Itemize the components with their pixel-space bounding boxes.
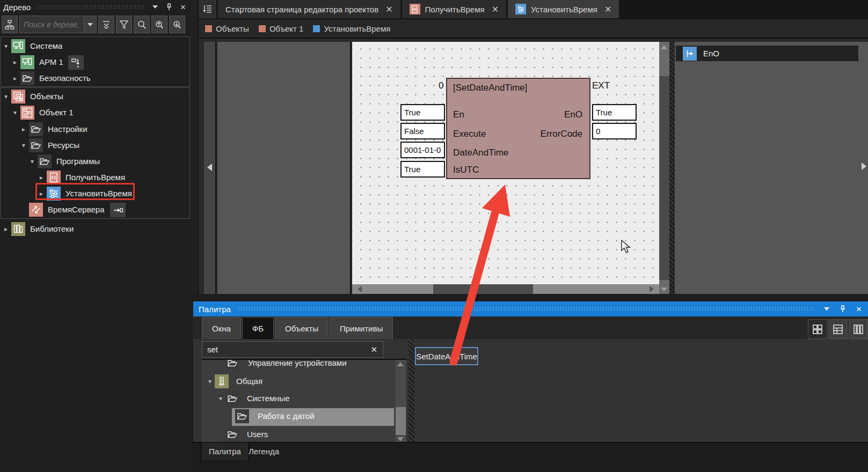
tab-settime[interactable]: УстановитьВремя ✕ <box>508 0 619 18</box>
canvas-horizontal-scrollbar[interactable] <box>352 284 659 294</box>
search-next-button[interactable] <box>169 16 185 33</box>
collapse-left-icon[interactable] <box>207 164 212 171</box>
horizontal-scroll-thumb[interactable] <box>433 284 533 294</box>
flow-badge-icon[interactable] <box>68 55 84 70</box>
output-value-box[interactable]: True <box>592 104 637 121</box>
chevron-down-icon[interactable]: ▾ <box>206 378 214 385</box>
input-value-box[interactable]: True <box>400 161 445 178</box>
output-value-box[interactable]: 0 <box>592 123 637 139</box>
panel-menu-icon[interactable] <box>822 304 831 314</box>
search-button[interactable] <box>134 16 150 33</box>
chevron-down-icon[interactable]: ▾ <box>2 93 10 100</box>
tree-item-arm1[interactable]: ▸ АРМ 1 <box>0 55 191 70</box>
io-badge-icon[interactable] <box>110 203 126 217</box>
palette-search-input[interactable] <box>202 345 365 354</box>
palette-tree-item-system[interactable]: ▾ Системные <box>202 390 407 407</box>
palette-tree-item-users[interactable]: Users <box>202 426 407 442</box>
pin-isutc[interactable]: IsUTC <box>453 165 479 175</box>
collapse-all-button[interactable] <box>98 16 114 33</box>
clear-search-icon[interactable]: ✕ <box>365 345 383 355</box>
scroll-down-icon[interactable] <box>661 287 667 292</box>
palette-divider[interactable] <box>409 339 414 442</box>
palette-tab-objects[interactable]: Объекты <box>275 317 329 339</box>
tree-item-label: Система <box>30 41 62 50</box>
breadcrumb: Объекты Объект 1 УстановитьВремя <box>199 19 868 38</box>
canvas-vertical-scrollbar[interactable] <box>659 42 669 294</box>
tree-item-resources[interactable]: ▾ Ресурсы <box>0 138 191 153</box>
breadcrumb-item-objects[interactable]: Объекты <box>205 24 249 33</box>
input-value-box[interactable]: True <box>400 104 445 121</box>
view-grid-button[interactable] <box>808 319 827 339</box>
input-value-box[interactable]: False <box>400 123 445 139</box>
scroll-down-icon[interactable] <box>397 437 404 441</box>
breadcrumb-item-object1[interactable]: Объект 1 <box>259 24 304 33</box>
pin-en[interactable]: En <box>453 109 464 120</box>
tree-item-objects[interactable]: ▾ Объекты <box>0 89 191 105</box>
chevron-down-icon[interactable]: ▾ <box>11 109 19 116</box>
scroll-up-icon[interactable] <box>397 362 404 366</box>
palette-tree-item-datework[interactable]: Работа с датой <box>202 408 407 425</box>
close-icon[interactable]: ✕ <box>490 4 499 14</box>
pin-icon[interactable] <box>838 304 848 314</box>
filter-button[interactable] <box>116 16 132 33</box>
palette-tab-primitives[interactable]: Примитивы <box>330 317 393 339</box>
tree-item-system[interactable]: ▾ Система <box>0 39 191 54</box>
drag-grip[interactable] <box>35 5 146 10</box>
palette-scroll-thumb[interactable] <box>396 407 406 435</box>
pin-eno[interactable]: EnO <box>564 109 582 120</box>
close-icon[interactable]: ✕ <box>854 304 864 314</box>
tree-item-programs[interactable]: ▾ Программы <box>0 154 191 169</box>
tree-item-object1[interactable]: ▾ Объект 1 <box>0 105 191 121</box>
chevron-right-icon[interactable]: ▸ <box>11 75 19 82</box>
pin-dateandtime[interactable]: DateAndTime <box>453 148 508 158</box>
view-columns-button[interactable] <box>849 319 868 339</box>
close-icon[interactable]: ✕ <box>178 2 188 12</box>
collapse-right-icon[interactable] <box>862 163 866 170</box>
palette-tab-fb[interactable]: ФБ <box>242 317 274 339</box>
breadcrumb-item-settime[interactable]: УстановитьВремя <box>313 24 390 33</box>
chevron-right-icon[interactable]: ▸ <box>2 225 10 233</box>
tree-item-security[interactable]: ▸ Безопасность <box>0 71 191 86</box>
palette-tree-scrollbar[interactable] <box>396 360 406 442</box>
variable-row-eno[interactable]: EnO <box>676 46 858 61</box>
vertical-scroll-thumb[interactable] <box>659 76 669 280</box>
chevron-right-icon[interactable]: ▸ <box>38 174 45 181</box>
scroll-right-icon[interactable] <box>650 286 654 292</box>
tab-start-page[interactable]: Стартовая страница редактора проектов ✕ <box>218 0 400 18</box>
bottom-tab-legend[interactable]: Легенда <box>241 442 287 460</box>
pin-icon[interactable] <box>164 2 174 12</box>
horizontal-splitter[interactable] <box>191 294 868 301</box>
input-value-box[interactable]: 0001-01-0 <box>400 142 445 158</box>
chevron-down-icon[interactable]: ▾ <box>28 158 36 165</box>
palette-result-setdateandtime[interactable]: SetDateAndTime <box>415 347 478 365</box>
fbd-canvas[interactable]: True False 0001-01-0 True True 0 0 EXT [… <box>352 42 659 284</box>
view-table-button[interactable] <box>828 319 848 339</box>
tree-item-libraries[interactable]: ▸ Библиотеки <box>0 222 191 237</box>
palette-tree-item-common[interactable]: ▾ Общая <box>202 373 407 390</box>
search-dropdown-button[interactable] <box>84 16 97 33</box>
tab-list-button[interactable] <box>199 0 216 18</box>
panel-menu-icon[interactable] <box>150 2 160 12</box>
close-icon[interactable]: ✕ <box>602 4 611 14</box>
tree-structure-button[interactable] <box>2 16 18 33</box>
editor-divider[interactable] <box>669 42 675 294</box>
chevron-right-icon[interactable]: ▸ <box>11 58 19 66</box>
chevron-down-icon[interactable]: ▾ <box>20 142 27 149</box>
palette-tab-windows[interactable]: Окна <box>202 317 241 339</box>
close-icon[interactable]: ✕ <box>383 4 392 14</box>
tree-item-servertime[interactable]: ВремяСервера <box>0 202 191 218</box>
tab-gettime[interactable]: ПолучитьВремя ✕ <box>402 0 506 18</box>
chevron-down-icon[interactable]: ▾ <box>2 42 10 50</box>
scroll-left-icon[interactable] <box>358 286 362 292</box>
tree-item-settings[interactable]: ▸ Настройки <box>0 122 191 137</box>
chevron-down-icon[interactable]: ▾ <box>217 395 224 402</box>
pin-errorcode[interactable]: ErrorCode <box>541 129 582 139</box>
scroll-up-icon[interactable] <box>661 45 667 49</box>
search-previous-button[interactable] <box>151 16 167 33</box>
pin-execute[interactable]: Execute <box>453 129 486 139</box>
setdateandtime-block[interactable]: [SetDateAndTime] En Execute DateAndTime … <box>446 78 590 179</box>
drag-grip[interactable] <box>237 307 815 312</box>
chevron-right-icon[interactable]: ▸ <box>20 126 27 133</box>
palette-tree-item-devices[interactable]: Управление устройствами <box>202 359 407 372</box>
tree-search-input[interactable] <box>19 16 84 33</box>
